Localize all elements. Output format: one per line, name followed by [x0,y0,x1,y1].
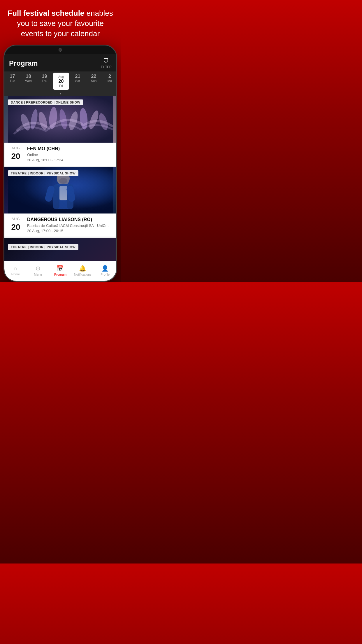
event-3-tag: THEATRE | INDOOR | PHYSICAL SHOW [8,244,78,250]
date-item-21[interactable]: 21 Sat [70,71,86,91]
date-strip: 17 Tue 18 Wed 19 Thu Aug 20 Fri 21 Sat 2… [4,71,116,91]
day-19-name: Thu [38,79,51,83]
event-card-2[interactable]: THEATRE | INDOOR | PHYSICAL SHOW AUG 20 … [4,167,116,237]
event-2-day: 20 [11,223,20,231]
camera-lens [59,48,62,52]
date-item-18[interactable]: 18 Wed [20,71,36,91]
day-20-month: Aug [54,75,68,78]
nav-profile-label: Profile [101,273,110,276]
day-19-num: 19 [38,74,51,79]
app-header: Program ⛉ FILTER [4,54,116,71]
event-1-name: FEN MO (CHN) [27,146,112,151]
event-1-location: Online [27,153,112,157]
event-card-1[interactable]: DANCE | PRERECORDED | ONLINE SHOW AUG 20… [4,96,116,166]
event-2-time: 20 Aug, 17:00 - 20:15 [27,229,112,233]
day-mo-num: 2 [103,74,116,79]
phone-top-bar [4,46,116,54]
event-2-image: THEATRE | INDOOR | PHYSICAL SHOW [4,167,116,214]
bottom-nav: ⌂ Home ⊙ Menu 📅 Program 🔔 Notifications … [4,261,116,281]
hero-bold-text: Full festival schedule [8,9,84,18]
event-1-image: DANCE | PRERECORDED | ONLINE SHOW [4,96,116,143]
nav-profile[interactable]: 👤 Profile [94,264,116,277]
event-card-3[interactable]: THEATRE | INDOOR | PHYSICAL SHOW [4,238,116,261]
event-1-day: 20 [11,152,20,160]
nav-program[interactable]: 📅 Program [49,264,72,277]
day-22-num: 22 [87,74,101,79]
menu-icon: ⊙ [36,265,41,272]
nav-notifications-label: Notifications [74,273,92,276]
day-22-name: Sun [87,79,101,83]
date-item-20[interactable]: Aug 20 Fri [53,73,69,90]
nav-home[interactable]: ⌂ Home [4,264,27,277]
events-container: DANCE | PRERECORDED | ONLINE SHOW AUG 20… [4,96,116,261]
event-1-info: AUG 20 FEN MO (CHN) Online 20 Aug, 16:00… [4,143,116,166]
phone-mockup: Program ⛉ FILTER 17 Tue 18 Wed 19 Thu Au… [3,45,117,282]
event-1-month: AUG [11,146,20,150]
event-2-location: Fabrica de Cultură IACM Construcții SA– … [27,223,112,228]
day-17-name: Tue [6,79,19,83]
event-2-date: AUG 20 [8,217,23,231]
nav-menu-label: Menu [34,273,42,276]
filter-button[interactable]: ⛉ FILTER [101,58,112,69]
event-2-divider [11,222,20,222]
event-1-details: FEN MO (CHN) Online 20 Aug, 16:00 - 17:2… [27,146,112,162]
home-icon: ⌂ [14,265,17,272]
day-18-num: 18 [22,74,35,79]
day-20-num: 20 [54,79,68,84]
day-21-num: 21 [71,74,85,79]
notifications-icon: 🔔 [79,265,86,272]
event-3-image: THEATRE | INDOOR | PHYSICAL SHOW [4,238,116,261]
date-item-19[interactable]: 19 Thu [36,71,52,91]
event-1-divider [11,151,20,151]
filter-icon: ⛉ [103,58,109,64]
nav-menu[interactable]: ⊙ Menu [27,264,49,277]
hero-section: Full festival schedule enables you to sa… [0,0,121,45]
date-item-mo[interactable]: 2 Mo [102,71,116,91]
filter-label: FILTER [101,65,112,69]
date-chevron: ▾ [4,91,116,96]
day-18-name: Wed [22,79,35,83]
event-1-date: AUG 20 [8,146,23,160]
event-2-name: DANGEROUS LIAISONS (RO) [27,217,112,222]
day-mo-name: Mo [103,79,116,83]
event-2-tag: THEATRE | INDOOR | PHYSICAL SHOW [8,170,78,176]
event-2-month: AUG [11,217,20,221]
event-1-time: 20 Aug, 16:00 - 17:24 [27,158,112,162]
event-2-details: DANGEROUS LIAISONS (RO) Fabrica de Cultu… [27,217,112,233]
program-icon: 📅 [57,265,64,272]
day-20-name: Fri [54,84,68,88]
day-21-name: Sat [71,79,85,83]
event-1-tag: DANCE | PRERECORDED | ONLINE SHOW [8,99,83,105]
nav-program-label: Program [54,273,66,276]
day-17-num: 17 [6,74,19,79]
nav-notifications[interactable]: 🔔 Notifications [71,264,94,277]
event-2-info: AUG 20 DANGEROUS LIAISONS (RO) Fabrica d… [4,214,116,237]
profile-icon: 👤 [101,265,109,272]
app-title: Program [9,59,38,67]
nav-home-label: Home [11,272,20,276]
date-item-17[interactable]: 17 Tue [4,71,20,91]
app-screen: Program ⛉ FILTER 17 Tue 18 Wed 19 Thu Au… [4,54,116,281]
date-item-22[interactable]: 22 Sun [86,71,102,91]
